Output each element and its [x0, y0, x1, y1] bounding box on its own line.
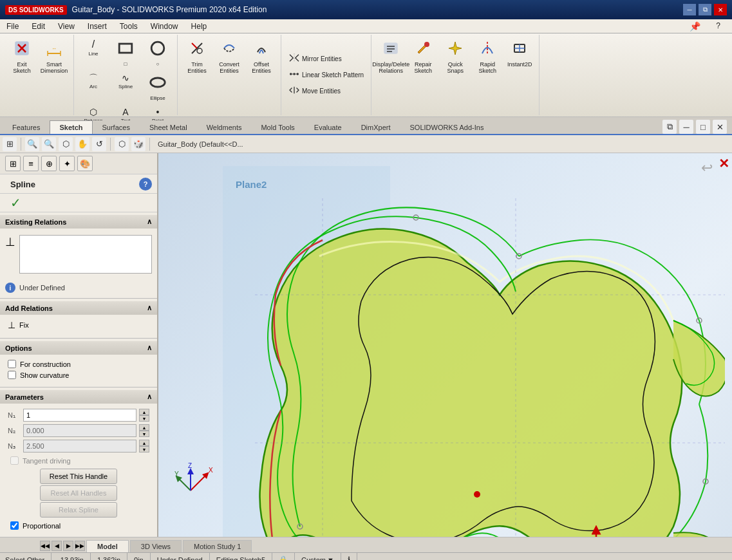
rotate-button[interactable]: ↺ [92, 137, 106, 151]
trim-entities-button[interactable]: TrimEntities [182, 36, 212, 76]
pin-icon[interactable]: 📌 [683, 19, 707, 33]
menu-window[interactable]: Window [144, 20, 185, 33]
panel-collapse-button[interactable]: ─ [679, 120, 693, 134]
panel-tool-1[interactable]: ⊞ [5, 156, 21, 171]
menu-tools[interactable]: Tools [113, 20, 144, 33]
menubar: File Edit View Insert Tools Window Help … [0, 19, 732, 33]
minimize-button[interactable]: ─ [683, 4, 696, 15]
fix-relation-item[interactable]: ⊥ Fix [5, 319, 152, 331]
menu-help[interactable]: Help [185, 20, 214, 33]
param-down-2[interactable]: ▼ [139, 431, 149, 437]
tab-evaluate[interactable]: Evaluate [305, 120, 352, 134]
relax-spline-button[interactable]: Relax Spline [40, 502, 117, 518]
tab-nav-first[interactable]: ◀◀ [40, 541, 50, 551]
menu-file[interactable]: File [0, 20, 25, 33]
viewport-close-button[interactable]: ✕ [718, 156, 729, 171]
tab-3d-views[interactable]: 3D Views [130, 540, 182, 552]
panel-tool-4[interactable]: ✦ [59, 156, 75, 171]
spline-label-tb: Spline [118, 84, 133, 89]
smart-dimension-button[interactable]: ↔ SmartDimension [39, 36, 70, 76]
tab-nav-prev[interactable]: ◀ [52, 541, 62, 551]
help-button[interactable]: ? [139, 178, 152, 191]
param-up-2[interactable]: ▲ [139, 424, 149, 431]
repair-sketch-button[interactable]: RepairSketch [408, 36, 438, 76]
for-construction-checkbox[interactable] [8, 360, 16, 368]
mirror-entities-button[interactable]: Mirror Entities [285, 51, 345, 66]
tab-nav-last[interactable]: ▶▶ [75, 541, 85, 551]
panel-float-button[interactable]: ⧉ [662, 120, 677, 134]
linear-sketch-pattern-button[interactable]: Linear Sketch Pattern [285, 68, 367, 82]
move-entities-label: Move Entities [302, 88, 341, 95]
zoom-in-button[interactable]: 🔍 [25, 137, 39, 151]
view3d-button[interactable]: ⬡ [115, 137, 129, 151]
spline-button[interactable]: ∿ Spline [110, 70, 141, 96]
circle-button[interactable]: ○ [142, 36, 173, 69]
tab-dimxpert[interactable]: DimXpert [352, 120, 400, 134]
move-entities-button[interactable]: Move Entities [285, 84, 344, 98]
fix-relation-label: Fix [19, 321, 29, 329]
close-button[interactable]: ✕ [714, 4, 727, 15]
proportional-checkbox[interactable] [10, 521, 19, 530]
tab-nav-next[interactable]: ▶ [63, 541, 73, 551]
tab-model[interactable]: Model [86, 540, 129, 552]
zoom-out-button[interactable]: 🔍 [42, 137, 56, 151]
tab-weldments[interactable]: Weldments [197, 120, 252, 134]
secondary-toolbar: ⊞ 🔍 🔍 ⬡ ✋ ↺ ⬡ 🎲 Guitar_Body (Default<<D.… [0, 135, 732, 153]
zoom-area-button[interactable]: ⬡ [59, 137, 73, 151]
tab-sketch[interactable]: Sketch [50, 120, 92, 134]
toolbar-separator [21, 138, 21, 151]
panel-tool-3[interactable]: ⊕ [41, 156, 57, 171]
ellipse-button[interactable]: Ellipse [142, 70, 173, 103]
panel-tool-5[interactable]: 🎨 [77, 156, 93, 171]
existing-relations-header[interactable]: Existing Relations ∧ [0, 215, 157, 229]
panel-close-ribbon-button[interactable]: ✕ [713, 120, 727, 134]
exit-sketch-button[interactable]: ExitSketch [6, 36, 37, 76]
rectangle-button[interactable]: □ [110, 36, 141, 69]
view-orient-button[interactable]: 🎲 [131, 137, 145, 151]
display-delete-relations-button[interactable]: Display/DeleteRelations [375, 36, 406, 76]
add-relations-header[interactable]: Add Relations ∧ [0, 301, 157, 315]
tab-mold-tools[interactable]: Mold Tools [251, 120, 304, 134]
main-area: ⊞ ≡ ⊕ ✦ 🎨 Spline ? ✓ Existing Relations … [0, 153, 732, 537]
menu-insert[interactable]: Insert [81, 20, 113, 33]
param-up-1[interactable]: ▲ [139, 409, 149, 415]
pan-button[interactable]: ✋ [75, 137, 89, 151]
convert-entities-label: ConvertEntities [219, 61, 239, 74]
options-header[interactable]: Options ∧ [0, 341, 157, 355]
arc-button[interactable]: ⌒ Arc [78, 70, 109, 96]
restore-button[interactable]: ⧉ [699, 4, 711, 15]
svg-line-39 [191, 474, 207, 490]
view-fit-button[interactable]: ⊞ [3, 137, 17, 151]
parameters-header[interactable]: Parameters ∧ [0, 390, 157, 404]
tab-surfaces[interactable]: Surfaces [93, 120, 140, 134]
undo-overlay-button[interactable]: ↩ [701, 160, 713, 176]
line-button[interactable]: / Line [78, 36, 109, 62]
convert-entities-button[interactable]: ConvertEntities [214, 36, 245, 76]
tab-addins[interactable]: SOLIDWORKS Add-Ins [400, 120, 494, 134]
param-down-3[interactable]: ▼ [139, 446, 149, 453]
instant2d-button[interactable]: Instant2D [504, 36, 535, 75]
show-curvature-checkbox[interactable] [8, 371, 16, 379]
menu-view[interactable]: View [52, 20, 81, 33]
tab-sheet-metal[interactable]: Sheet Metal [140, 120, 197, 134]
confirm-button[interactable]: ✓ [5, 194, 26, 211]
reset-this-handle-button[interactable]: Reset This Handle [40, 469, 117, 484]
svg-text:↔: ↔ [52, 46, 57, 51]
offset-entities-button[interactable]: OffsetEntities [246, 36, 277, 76]
quick-snaps-button[interactable]: QuickSnaps [440, 36, 471, 76]
help-icon[interactable]: ? [709, 19, 727, 33]
panel-tool-2[interactable]: ≡ [23, 156, 39, 171]
menu-edit[interactable]: Edit [25, 20, 52, 33]
rapid-sketch-button[interactable]: RapidSketch [472, 36, 503, 76]
modify-tools-group: TrimEntities ConvertEntities [178, 35, 281, 115]
arc-icon: ⌒ [89, 73, 98, 82]
svg-text:Z: Z [188, 462, 192, 469]
tab-features[interactable]: Features [3, 120, 50, 134]
param-down-1[interactable]: ▼ [139, 415, 149, 422]
reset-all-handles-button[interactable]: Reset All Handles [40, 485, 117, 501]
param-input-1[interactable] [23, 409, 136, 422]
panel-expand-button[interactable]: □ [696, 120, 710, 134]
tab-motion-study[interactable]: Motion Study 1 [183, 540, 252, 552]
breadcrumb: Guitar_Body (Default<<D... [154, 139, 247, 149]
param-up-3[interactable]: ▲ [139, 440, 149, 446]
